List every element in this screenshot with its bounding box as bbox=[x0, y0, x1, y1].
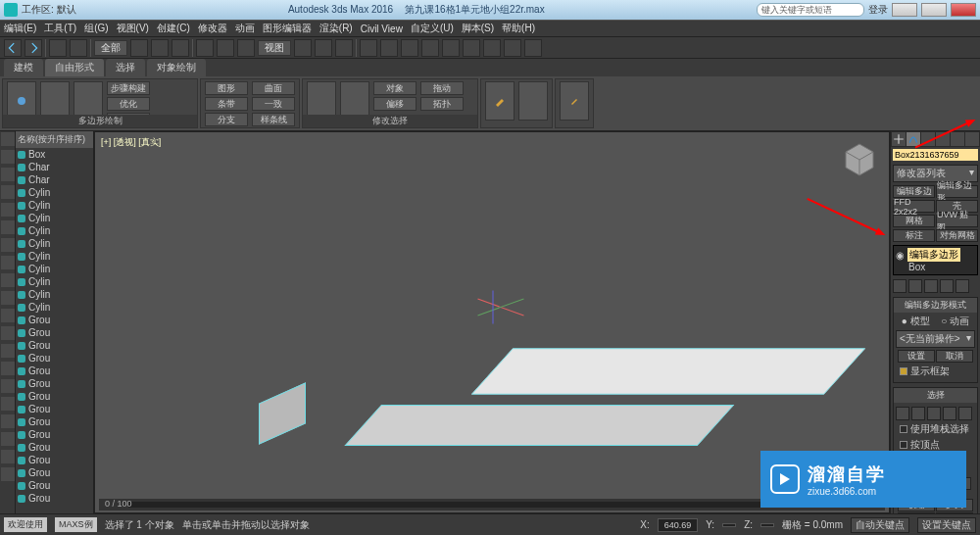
tool-icon[interactable] bbox=[1, 220, 15, 234]
scene-item[interactable]: Char bbox=[16, 161, 93, 173]
align-button[interactable] bbox=[380, 39, 398, 57]
scene-item[interactable]: Grou bbox=[16, 377, 93, 390]
rotate-button[interactable] bbox=[217, 39, 234, 57]
menu-script[interactable]: 脚本(S) bbox=[462, 22, 494, 35]
tool-icon[interactable] bbox=[1, 467, 15, 481]
scene-item[interactable]: Grou bbox=[16, 454, 93, 466]
tool-icon[interactable] bbox=[1, 203, 15, 217]
curve-editor-button[interactable] bbox=[421, 39, 439, 57]
material-editor-button[interactable] bbox=[463, 39, 480, 57]
rollup-header[interactable]: 选择 bbox=[894, 388, 977, 403]
login-link[interactable]: 登录 bbox=[868, 3, 888, 17]
tab-objpaint[interactable]: 对象绘制 bbox=[147, 59, 206, 76]
tab-modeling[interactable]: 建模 bbox=[4, 59, 43, 76]
step-build-button[interactable]: 步骤构建 bbox=[107, 81, 150, 95]
tool-icon[interactable] bbox=[1, 326, 15, 340]
menu-create[interactable]: 创建(C) bbox=[157, 22, 190, 35]
tool-icon[interactable] bbox=[1, 238, 15, 252]
render-button[interactable] bbox=[524, 39, 542, 57]
pbtn-f[interactable]: UVW 贴图 bbox=[936, 215, 978, 227]
config-icon[interactable] bbox=[956, 279, 969, 293]
stack-item-box[interactable]: Box bbox=[908, 262, 925, 272]
pbtn-c[interactable]: FFD 2x2x2 bbox=[893, 200, 935, 213]
selection-filter-dropdown[interactable]: 全部 bbox=[94, 40, 127, 56]
tool-icon[interactable] bbox=[1, 168, 15, 181]
scene-item[interactable]: Cylin bbox=[16, 288, 93, 301]
welcome-pill[interactable]: 欢迎使用 bbox=[4, 517, 47, 532]
schematic-button[interactable] bbox=[442, 39, 460, 57]
mirror-button[interactable] bbox=[360, 39, 377, 57]
render-frame-button[interactable] bbox=[504, 39, 521, 57]
create-tab[interactable] bbox=[892, 132, 906, 146]
tool-icon[interactable] bbox=[1, 414, 15, 428]
tool-icon[interactable] bbox=[1, 273, 15, 287]
scene-item[interactable]: Grou bbox=[16, 466, 93, 479]
utility-tab[interactable] bbox=[965, 132, 979, 146]
edge-subobj-icon[interactable] bbox=[911, 407, 925, 420]
scene-list[interactable]: BoxCharCharCylinCylinCylinCylinCylinCyli… bbox=[16, 148, 93, 513]
scene-item[interactable]: Grou bbox=[16, 441, 93, 454]
scene-item[interactable]: Grou bbox=[16, 314, 93, 326]
y-field[interactable] bbox=[722, 523, 736, 527]
cancel-button[interactable]: 取消 bbox=[936, 350, 973, 363]
scene-item[interactable]: Grou bbox=[16, 352, 93, 365]
scene-item[interactable]: Grou bbox=[16, 479, 93, 492]
tool-icon[interactable] bbox=[1, 309, 15, 322]
menu-tools[interactable]: 工具(T) bbox=[44, 22, 76, 35]
layer-button[interactable] bbox=[401, 39, 418, 57]
tool-icon[interactable] bbox=[1, 291, 15, 305]
display-tab[interactable] bbox=[951, 132, 964, 146]
modifier-stack[interactable]: ◉编辑多边形 Box bbox=[893, 245, 978, 275]
x-field[interactable]: 640.69 bbox=[658, 518, 699, 532]
scene-item[interactable]: Grou bbox=[16, 326, 93, 339]
commit-button[interactable]: 设置 bbox=[898, 350, 935, 363]
menu-graph[interactable]: 图形编辑器 bbox=[263, 22, 312, 35]
tool-icon[interactable] bbox=[1, 379, 15, 393]
tool-icon[interactable] bbox=[1, 362, 15, 375]
radio-anim[interactable]: ○ 动画 bbox=[941, 315, 969, 328]
conform-button[interactable]: 一致 bbox=[252, 97, 295, 111]
branch-button[interactable]: 分支 bbox=[205, 113, 248, 126]
scene-item[interactable]: Cylin bbox=[16, 186, 93, 199]
tool-icon[interactable] bbox=[1, 432, 15, 446]
scene-item[interactable]: Cylin bbox=[16, 275, 93, 288]
strip-button[interactable]: 条带 bbox=[205, 97, 248, 111]
angle-snap-button[interactable] bbox=[315, 39, 332, 57]
spline-button[interactable]: 样条线 bbox=[252, 113, 295, 126]
pbtn-e[interactable]: 网格 bbox=[893, 215, 935, 227]
scene-item[interactable]: Grou bbox=[16, 415, 93, 428]
menu-help[interactable]: 帮助(H) bbox=[502, 22, 535, 35]
menu-anim[interactable]: 动画 bbox=[235, 22, 255, 35]
redo-button[interactable] bbox=[24, 39, 42, 57]
percent-snap-button[interactable] bbox=[335, 39, 353, 57]
maxscript-pill[interactable]: MAXS例 bbox=[55, 517, 97, 532]
render-setup-button[interactable] bbox=[483, 39, 501, 57]
menu-edit[interactable]: 编辑(E) bbox=[4, 22, 36, 35]
menu-civil[interactable]: Civil View bbox=[361, 24, 403, 34]
tool-icon[interactable] bbox=[1, 256, 15, 269]
minimize-button[interactable] bbox=[892, 3, 917, 17]
tool-icon[interactable] bbox=[1, 344, 15, 358]
menu-custom[interactable]: 自定义(U) bbox=[411, 22, 454, 35]
scene-item[interactable]: Grou bbox=[16, 492, 93, 505]
link-button[interactable] bbox=[49, 39, 67, 57]
viewcube-icon[interactable] bbox=[840, 140, 879, 179]
scene-item[interactable]: Grou bbox=[16, 403, 93, 415]
search-input[interactable]: 键入关键字或短语 bbox=[757, 3, 864, 17]
offset-button[interactable]: 偏移 bbox=[373, 97, 416, 111]
scene-item[interactable]: Cylin bbox=[16, 237, 93, 250]
drag-button[interactable]: 拖动 bbox=[420, 81, 464, 95]
topo-button[interactable]: 拓扑 bbox=[420, 97, 464, 111]
scene-item[interactable]: Cylin bbox=[16, 224, 93, 237]
move-button[interactable] bbox=[196, 39, 214, 57]
viewport-label[interactable]: [+] [透视] [真实] bbox=[101, 136, 161, 149]
close-button[interactable] bbox=[951, 3, 976, 17]
stack-item-editpoly[interactable]: 编辑多边形 bbox=[907, 248, 960, 262]
show-end-icon[interactable] bbox=[908, 279, 922, 293]
element-subobj-icon[interactable] bbox=[958, 407, 972, 420]
ref-coord-dropdown[interactable]: 视图 bbox=[258, 40, 291, 56]
scene-item[interactable]: Cylin bbox=[16, 301, 93, 314]
menu-view[interactable]: 视图(V) bbox=[117, 22, 149, 35]
scene-item[interactable]: Grou bbox=[16, 428, 93, 441]
pbtn-h[interactable]: 对角网格 bbox=[936, 229, 978, 242]
